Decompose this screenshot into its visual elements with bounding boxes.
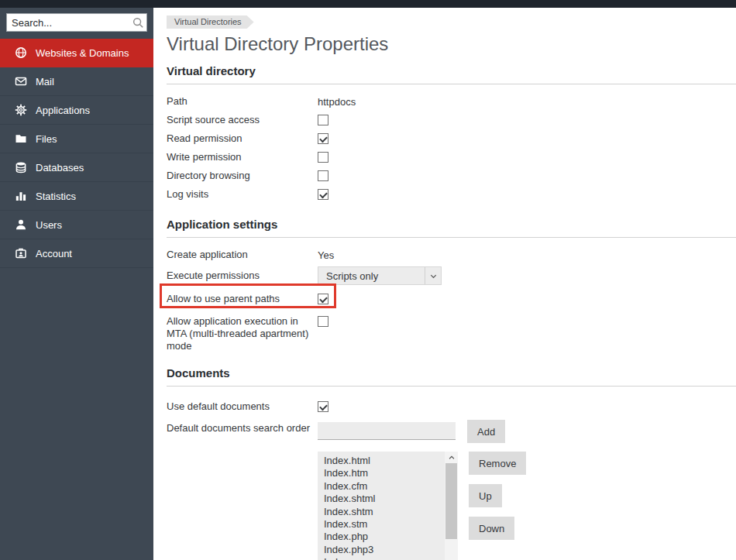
use-default-documents-checkbox[interactable] xyxy=(318,401,328,412)
search-icon[interactable] xyxy=(129,16,146,29)
write-permission-label: Write permission xyxy=(167,151,318,163)
directory-browsing-checkbox[interactable] xyxy=(318,170,328,181)
path-row: Path httpdocs xyxy=(167,92,736,111)
add-button[interactable]: Add xyxy=(467,420,505,443)
allow-parent-paths-checkbox[interactable] xyxy=(318,294,328,304)
document-list-buttons: Remove Up Down xyxy=(469,452,526,540)
search-order-label: Default documents search order xyxy=(167,422,318,435)
sidebar-item-users[interactable]: Users xyxy=(0,211,153,239)
search-order-input[interactable] xyxy=(318,422,456,440)
main-content: Virtual Directories Virtual Directory Pr… xyxy=(153,8,736,560)
sidebar-item-label: Applications xyxy=(36,105,90,116)
create-application-row: Create application Yes xyxy=(167,246,736,264)
directory-browsing-label: Directory browsing xyxy=(167,170,318,182)
write-permission-row: Write permission xyxy=(167,148,736,167)
allow-parent-paths-label: Allow to use parent paths xyxy=(167,293,318,305)
log-visits-label: Log visits xyxy=(167,188,318,201)
breadcrumb[interactable]: Virtual Directories xyxy=(167,15,254,29)
execute-permissions-label: Execute permissions xyxy=(167,270,318,282)
document-list-item[interactable]: Index.asp xyxy=(318,556,445,560)
sidebar-item-websites-domains[interactable]: Websites & Domains xyxy=(0,39,153,67)
read-permission-row: Read permission xyxy=(167,129,736,148)
path-label: Path xyxy=(167,95,318,108)
bar-chart-icon xyxy=(14,190,27,203)
allow-parent-paths-row: Allow to use parent paths xyxy=(167,287,736,311)
scroll-up-icon[interactable] xyxy=(445,452,458,463)
sidebar: Websites & Domains Mail Applications Fil… xyxy=(0,8,153,560)
create-application-value: Yes xyxy=(318,249,334,261)
read-permission-checkbox[interactable] xyxy=(318,133,328,144)
search-box[interactable] xyxy=(6,13,147,32)
mail-icon xyxy=(14,75,27,88)
down-button[interactable]: Down xyxy=(469,517,514,540)
globe-icon xyxy=(14,46,27,60)
document-list-item[interactable]: Index.php3 xyxy=(318,544,445,556)
document-list-row: Index.htmlIndex.htmIndex.cfmIndex.shtmlI… xyxy=(167,452,736,560)
sidebar-nav: Websites & Domains Mail Applications Fil… xyxy=(0,39,153,268)
document-list-item[interactable]: Index.html xyxy=(318,455,445,467)
id-badge-icon xyxy=(14,247,27,260)
sidebar-item-label: Statistics xyxy=(36,191,76,202)
search-input[interactable] xyxy=(7,17,129,29)
database-icon xyxy=(14,161,27,174)
sidebar-item-account[interactable]: Account xyxy=(0,239,153,268)
section-documents: Documents Use default documents Default … xyxy=(167,366,736,560)
document-list-item[interactable]: Index.htm xyxy=(318,467,445,479)
listbox-scrollbar[interactable] xyxy=(445,452,458,560)
chevron-down-icon xyxy=(425,267,441,284)
remove-button[interactable]: Remove xyxy=(469,452,526,475)
script-source-access-label: Script source access xyxy=(167,114,318,126)
sidebar-item-mail[interactable]: Mail xyxy=(0,67,153,96)
sidebar-item-label: Mail xyxy=(36,76,54,88)
script-source-access-row: Script source access xyxy=(167,111,736,129)
section-heading: Virtual directory xyxy=(167,64,736,84)
document-list-item[interactable]: Index.stm xyxy=(318,518,445,531)
execute-permissions-row: Execute permissions Scripts only xyxy=(167,264,736,287)
document-list-item[interactable]: Index.shtm xyxy=(318,506,445,518)
document-list-item[interactable]: Index.cfm xyxy=(318,480,445,493)
scrollbar-track[interactable] xyxy=(445,463,458,560)
sidebar-item-label: Databases xyxy=(36,162,84,173)
section-virtual-directory: Virtual directory Path httpdocs Script s… xyxy=(167,64,736,204)
log-visits-row: Log visits xyxy=(167,185,736,204)
document-list-item[interactable]: Index.php xyxy=(318,531,445,543)
sidebar-item-label: Account xyxy=(36,248,72,259)
mta-mode-row: Allow application execution in MTA (mult… xyxy=(167,315,736,352)
sidebar-item-label: Users xyxy=(36,219,62,231)
sidebar-item-label: Websites & Domains xyxy=(36,47,129,59)
section-application-settings: Application settings Create application … xyxy=(167,218,736,352)
folder-icon xyxy=(14,132,27,146)
gear-icon xyxy=(14,104,27,117)
read-permission-label: Read permission xyxy=(167,132,318,145)
mta-mode-checkbox[interactable] xyxy=(318,316,328,327)
up-button[interactable]: Up xyxy=(469,484,502,507)
sidebar-item-label: Files xyxy=(36,133,57,145)
scrollbar-thumb[interactable] xyxy=(445,463,457,539)
top-bar xyxy=(0,0,736,8)
script-source-access-checkbox[interactable] xyxy=(318,115,328,125)
document-list: Index.htmlIndex.htmIndex.cfmIndex.shtmlI… xyxy=(318,452,445,560)
execute-permissions-select[interactable]: Scripts only xyxy=(318,266,442,285)
sidebar-item-applications[interactable]: Applications xyxy=(0,96,153,125)
document-list-item[interactable]: Index.shtml xyxy=(318,493,445,505)
sidebar-item-files[interactable]: Files xyxy=(0,125,153,153)
directory-browsing-row: Directory browsing xyxy=(167,167,736,185)
document-listbox[interactable]: Index.htmlIndex.htmIndex.cfmIndex.shtmlI… xyxy=(318,452,458,560)
execute-permissions-selected-value: Scripts only xyxy=(318,270,425,282)
create-application-label: Create application xyxy=(167,249,318,261)
sidebar-item-databases[interactable]: Databases xyxy=(0,153,153,182)
page-title: Virtual Directory Properties xyxy=(167,33,736,55)
section-heading: Application settings xyxy=(167,218,736,238)
write-permission-checkbox[interactable] xyxy=(318,152,328,163)
log-visits-checkbox[interactable] xyxy=(318,189,328,200)
search-order-row: Default documents search order Add xyxy=(167,419,736,443)
mta-mode-label: Allow application execution in MTA (mult… xyxy=(167,315,318,352)
user-icon xyxy=(14,218,27,232)
section-heading: Documents xyxy=(167,366,736,387)
path-value: httpdocs xyxy=(318,96,356,108)
use-default-documents-row: Use default documents xyxy=(167,397,736,416)
sidebar-item-statistics[interactable]: Statistics xyxy=(0,182,153,211)
use-default-documents-label: Use default documents xyxy=(167,400,318,413)
